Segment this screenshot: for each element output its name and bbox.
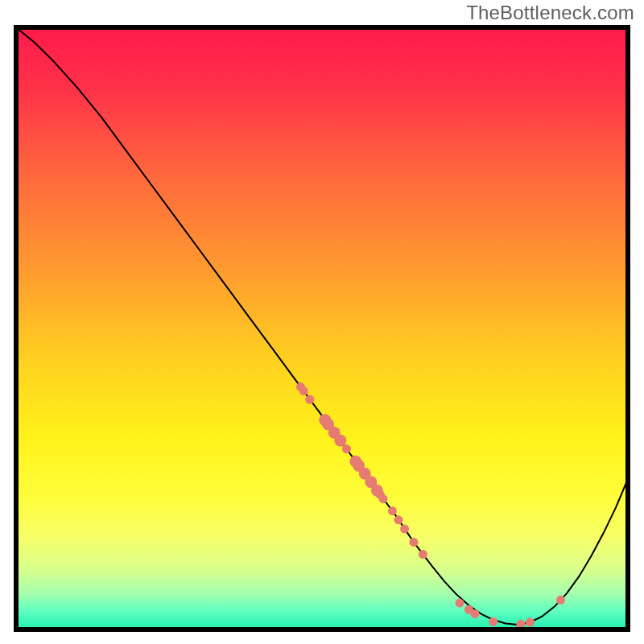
curve-marker [471, 609, 480, 618]
curve-marker [456, 599, 464, 608]
curve-marker [305, 395, 314, 404]
curve-marker [342, 444, 351, 453]
curve-marker [394, 515, 403, 524]
curve-marker [526, 618, 535, 627]
chart-background [16, 27, 628, 630]
chart-svg [13, 24, 631, 633]
curve-marker [489, 617, 497, 626]
curve-marker [410, 538, 419, 547]
curve-marker [419, 550, 427, 559]
curve-marker [379, 494, 388, 503]
curve-marker [388, 506, 397, 515]
curve-marker [299, 386, 308, 395]
curve-marker [400, 525, 409, 534]
chart-area [13, 24, 631, 633]
curve-marker [334, 435, 346, 447]
watermark-label: TheBottleneck.com [466, 2, 634, 24]
curve-marker [556, 596, 565, 605]
